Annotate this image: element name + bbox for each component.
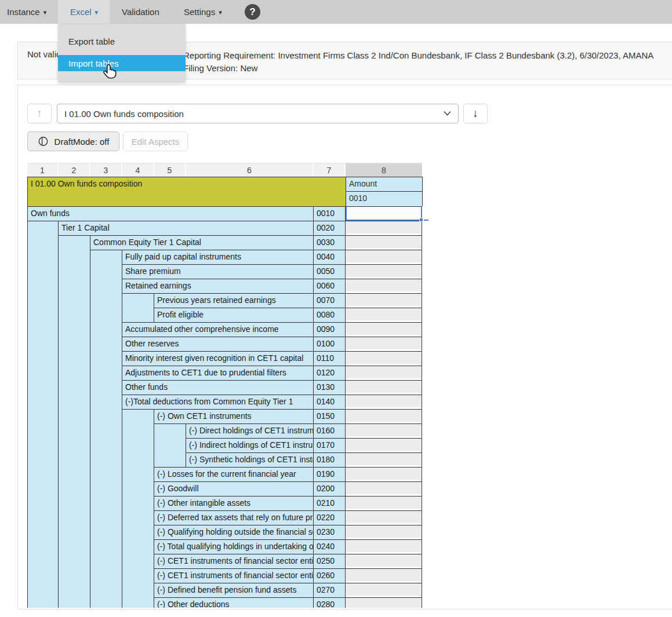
- value-cell[interactable]: [346, 583, 422, 597]
- value-cell[interactable]: [346, 568, 422, 583]
- value-input-box[interactable]: [346, 352, 422, 364]
- column-header[interactable]: 7: [314, 163, 346, 177]
- row-label: Tier 1 Capital: [59, 221, 314, 235]
- value-cell[interactable]: [346, 250, 422, 264]
- value-input-box[interactable]: [346, 554, 422, 567]
- indent-cell: [59, 293, 90, 308]
- value-input-box[interactable]: [346, 279, 422, 291]
- row-code: 0250: [314, 554, 346, 568]
- value-cell[interactable]: [346, 481, 422, 496]
- indent-cell: [27, 597, 59, 608]
- table-selector[interactable]: I 01.00 Own funds composition: [57, 104, 459, 123]
- value-cell[interactable]: [346, 366, 422, 380]
- value-input-box[interactable]: [346, 511, 422, 523]
- indent-cell: [154, 438, 186, 452]
- value-cell[interactable]: [346, 351, 422, 366]
- value-cell[interactable]: [346, 293, 422, 308]
- value-input-box[interactable]: [346, 308, 422, 320]
- value-cell[interactable]: [346, 423, 422, 438]
- value-input-box[interactable]: [346, 410, 422, 422]
- indent-cell: [90, 597, 122, 608]
- value-cell[interactable]: [346, 539, 422, 554]
- column-header[interactable]: 1: [27, 163, 59, 177]
- value-input-box[interactable]: [346, 598, 422, 608]
- value-cell[interactable]: [346, 279, 422, 293]
- value-cell[interactable]: [346, 438, 422, 452]
- indent-cell: [59, 380, 90, 395]
- value-input-box[interactable]: [346, 424, 422, 436]
- previous-table-button[interactable]: ↑: [27, 104, 52, 123]
- value-cell[interactable]: [346, 554, 422, 568]
- value-input-box[interactable]: [346, 583, 422, 596]
- value-input-box[interactable]: [346, 221, 422, 233]
- row-code: 0270: [314, 583, 346, 597]
- value-cell[interactable]: [346, 221, 422, 235]
- value-cell[interactable]: [346, 322, 422, 337]
- value-input-box[interactable]: [346, 337, 422, 349]
- draftmode-toggle-button[interactable]: DraftMode: off: [27, 132, 119, 151]
- menu-item-settings[interactable]: Settings▾: [181, 0, 228, 24]
- selection-dash: [424, 220, 428, 221]
- fill-handle[interactable]: [419, 218, 423, 222]
- selected-value-cell[interactable]: [346, 206, 422, 221]
- value-input-box[interactable]: [346, 236, 422, 248]
- indent-cell: [122, 525, 154, 539]
- value-cell[interactable]: [346, 308, 422, 322]
- menu-item-import-tables[interactable]: Import tables: [58, 55, 186, 71]
- value-input-box[interactable]: [346, 468, 422, 480]
- excel-dropdown-menu: Export tableImport tables: [58, 24, 186, 82]
- value-input-box[interactable]: [346, 395, 422, 407]
- value-input-box[interactable]: [346, 250, 422, 262]
- edit-aspects-button[interactable]: Edit Aspects: [123, 132, 188, 151]
- column-header[interactable]: 4: [122, 163, 154, 177]
- menu-item-excel[interactable]: Excel▾: [58, 0, 110, 24]
- menu-item-export-table[interactable]: Export table: [58, 33, 186, 49]
- value-cell[interactable]: [346, 597, 422, 608]
- row-label: Share premium: [122, 264, 314, 279]
- value-cell[interactable]: [346, 452, 422, 467]
- indent-cell: [59, 308, 90, 322]
- value-cell[interactable]: [346, 496, 422, 510]
- value-input-box[interactable]: [346, 525, 422, 538]
- value-cell[interactable]: [346, 337, 422, 351]
- value-input-box[interactable]: [346, 366, 422, 378]
- value-input-box[interactable]: [346, 453, 422, 465]
- column-header[interactable]: 3: [90, 163, 122, 177]
- value-input-box[interactable]: [346, 265, 422, 277]
- menu-item-validation[interactable]: Validation: [119, 0, 162, 24]
- value-input-box[interactable]: [346, 439, 422, 451]
- value-cell[interactable]: [346, 395, 422, 409]
- value-input-box[interactable]: [346, 569, 422, 581]
- value-cell[interactable]: [346, 264, 422, 279]
- column-header[interactable]: 6: [186, 163, 314, 177]
- row-code: 0170: [314, 438, 346, 452]
- indent-cell: [90, 395, 122, 409]
- column-header[interactable]: 5: [154, 163, 186, 177]
- value-cell[interactable]: [346, 525, 422, 539]
- row-label: (-) Goodwill: [154, 481, 314, 496]
- indent-cell: [59, 481, 90, 496]
- help-icon[interactable]: ?: [245, 4, 260, 20]
- menu-item-instance[interactable]: Instance▾: [5, 0, 50, 24]
- value-input-box[interactable]: [346, 496, 422, 509]
- column-header[interactable]: 2: [59, 163, 90, 177]
- next-table-button[interactable]: ↓: [463, 104, 488, 123]
- value-input-box[interactable]: [346, 540, 422, 552]
- indent-cell: [59, 554, 90, 568]
- value-cell[interactable]: [346, 510, 422, 525]
- value-input-box[interactable]: [346, 323, 422, 335]
- value-cell[interactable]: [346, 235, 422, 250]
- value-cell[interactable]: [346, 380, 422, 395]
- value-cell[interactable]: [346, 409, 422, 423]
- value-input-box[interactable]: [346, 482, 422, 494]
- value-input-box[interactable]: [346, 294, 422, 306]
- column-header[interactable]: 8: [346, 163, 422, 177]
- indent-cell: [59, 235, 90, 250]
- value-input-box[interactable]: [346, 381, 422, 393]
- value-column-code: 0010: [346, 192, 422, 206]
- indent-cell: [59, 409, 90, 423]
- indent-cell: [90, 554, 122, 568]
- value-cell[interactable]: [346, 467, 422, 481]
- column-header-row: 12345678: [27, 163, 423, 177]
- caret-down-icon: ▾: [219, 9, 222, 16]
